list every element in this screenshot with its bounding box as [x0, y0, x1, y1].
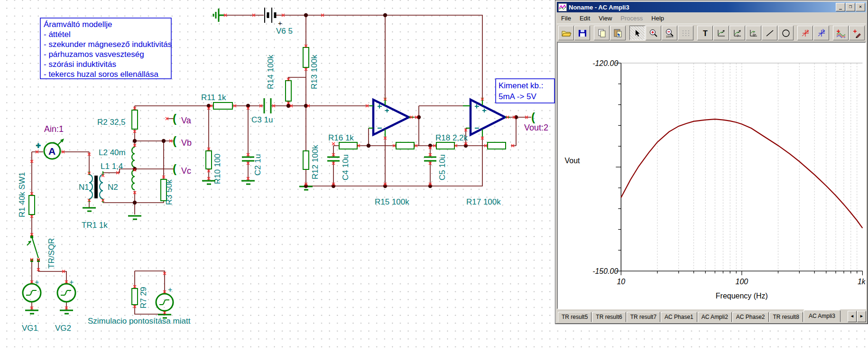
switch-sw1[interactable]: [27, 235, 40, 262]
grid-icon: [678, 26, 693, 40]
open-icon[interactable]: [558, 26, 574, 40]
copy-icon[interactable]: [594, 26, 609, 40]
ellipse-icon[interactable]: [778, 26, 794, 40]
add-curves-icon[interactable]: [833, 26, 849, 40]
cursor-b-icon[interactable]: b: [813, 26, 829, 40]
plus-mark: +: [278, 19, 282, 27]
tab-ac-phase1[interactable]: AC Phase1: [661, 312, 697, 322]
tab-tr-result5[interactable]: TR result5: [558, 312, 591, 322]
ammeter[interactable]: A +: [36, 139, 64, 159]
resistor-r17[interactable]: [488, 142, 506, 149]
label-sw-mode: TR/SQR: [47, 238, 56, 269]
label-vg2: VG2: [55, 324, 71, 333]
opamp-polarity-marks: [378, 104, 389, 129]
inductor-l2[interactable]: [132, 147, 135, 167]
tab-ac-ampli3[interactable]: AC Ampli3: [803, 310, 840, 322]
legend-icon[interactable]: =: [746, 26, 761, 40]
annotation-line: - szórási induktivitás: [44, 60, 116, 69]
svg-text:(: (: [531, 111, 535, 123]
x-tick-10: 10: [617, 278, 625, 286]
label-n1: N1: [79, 183, 89, 192]
capacitor-c2[interactable]: [242, 157, 254, 161]
save-icon[interactable]: [574, 26, 590, 40]
resistor-r2[interactable]: [132, 110, 138, 129]
battery-v6[interactable]: +: [265, 8, 282, 27]
tab-ac-phase2[interactable]: AC Phase2: [732, 312, 769, 322]
zoom-in-icon[interactable]: [646, 26, 661, 40]
label-l2: L2 40m: [99, 148, 126, 157]
terminal-va[interactable]: (: [173, 112, 176, 125]
menubar: File Edit View Process Help: [557, 13, 866, 24]
export-curve-a-icon[interactable]: [713, 26, 729, 40]
label-r1: R1 40k SW1: [18, 172, 27, 217]
label-v6: V6 5: [276, 27, 293, 36]
paste-icon[interactable]: [610, 26, 626, 40]
terminal-vc[interactable]: (: [173, 162, 176, 175]
plus-mark: +: [69, 278, 74, 286]
diagram-window: Noname - AC Ampli3 _ ❒ ✕ File Edit View …: [555, 0, 868, 324]
output-note-line1: Kimenet kb.:: [499, 81, 544, 90]
resistor-r15[interactable]: [396, 142, 414, 149]
resistor-r10[interactable]: [206, 151, 212, 169]
tab-ac-ampli2[interactable]: AC Ampli2: [698, 312, 732, 322]
resistor-r16[interactable]: [339, 142, 357, 149]
marker-icon[interactable]: [849, 26, 865, 40]
svg-text:?: ?: [737, 34, 739, 38]
plus-mark: +: [168, 286, 172, 294]
capacitor-c4[interactable]: [327, 157, 340, 161]
label-r13: R13 100k: [310, 55, 319, 89]
window-title: Noname - AC Ampli3: [569, 4, 629, 11]
annotation-line: - szekunder mágnesező induktivitás: [44, 40, 172, 49]
capacitor-c3[interactable]: [264, 98, 271, 113]
resistor-r18[interactable]: [436, 142, 454, 149]
app-icon: [558, 3, 567, 11]
resistor-r1[interactable]: [29, 196, 35, 214]
inductor-l1[interactable]: [132, 170, 135, 190]
tab-scroll-left[interactable]: ◄: [848, 311, 857, 322]
maximize-button[interactable]: ❒: [846, 3, 855, 11]
plus-mark: +: [35, 278, 39, 286]
label-va: Va: [181, 116, 192, 125]
menu-process: Process: [616, 13, 647, 23]
label-r15: R15 100k: [375, 197, 409, 206]
resistor-r7[interactable]: [132, 289, 138, 305]
zoom-out-icon[interactable]: 100%: [662, 26, 677, 40]
label-vb: Vb: [181, 138, 192, 148]
tab-tr-result7[interactable]: TR result7: [627, 312, 660, 322]
close-button[interactable]: ✕: [856, 3, 865, 11]
menu-view[interactable]: View: [594, 13, 616, 23]
menu-edit[interactable]: Edit: [575, 13, 594, 23]
annotation-box[interactable]: Áramváltó modellje - áttétel - szekunder…: [40, 18, 172, 79]
terminal-vb[interactable]: (: [173, 134, 176, 147]
cursor-a-icon[interactable]: a: [797, 26, 813, 40]
menu-file[interactable]: File: [557, 13, 575, 23]
tab-tr-result8[interactable]: TR result8: [769, 312, 803, 322]
line-icon[interactable]: [762, 26, 777, 40]
menu-help[interactable]: Help: [647, 13, 668, 23]
label-vg1: VG1: [22, 324, 38, 333]
plot-area[interactable]: -120.00 -150.00 10 100 1k Vout Frequency…: [557, 42, 866, 309]
resistor-r12[interactable]: [303, 151, 309, 169]
screen: Áramváltó modellje - áttétel - szekunder…: [0, 0, 868, 354]
select-cursor-icon[interactable]: [629, 26, 645, 40]
output-note-box[interactable]: Kimenet kb.: 5mA -> 5V: [496, 79, 554, 103]
resistor-r14[interactable]: [286, 81, 291, 101]
titlebar[interactable]: Noname - AC Ampli3 _ ❒ ✕: [557, 2, 866, 12]
annotation-line: - tekercs huzal soros ellenállása: [44, 70, 158, 79]
label-vout: Vout:2: [524, 123, 548, 132]
label-n2: N2: [108, 183, 118, 192]
tab-tr-result6[interactable]: TR result6: [592, 312, 626, 322]
opamp-2[interactable]: [463, 98, 510, 137]
resistor-r13[interactable]: [303, 47, 309, 67]
minimize-button[interactable]: _: [836, 3, 845, 11]
transformer-tr1[interactable]: [89, 171, 103, 203]
opamp-1[interactable]: [369, 98, 414, 137]
tab-scroll-right[interactable]: ►: [857, 311, 866, 322]
svg-text:A: A: [48, 146, 55, 157]
terminal-vout[interactable]: (: [531, 111, 535, 123]
text-icon[interactable]: T: [697, 26, 713, 40]
label-r16: R16 1k: [328, 133, 354, 142]
resistor-r11[interactable]: [213, 102, 232, 109]
export-curve-b-icon[interactable]: ?: [729, 26, 745, 40]
capacitor-c5[interactable]: [424, 157, 436, 161]
